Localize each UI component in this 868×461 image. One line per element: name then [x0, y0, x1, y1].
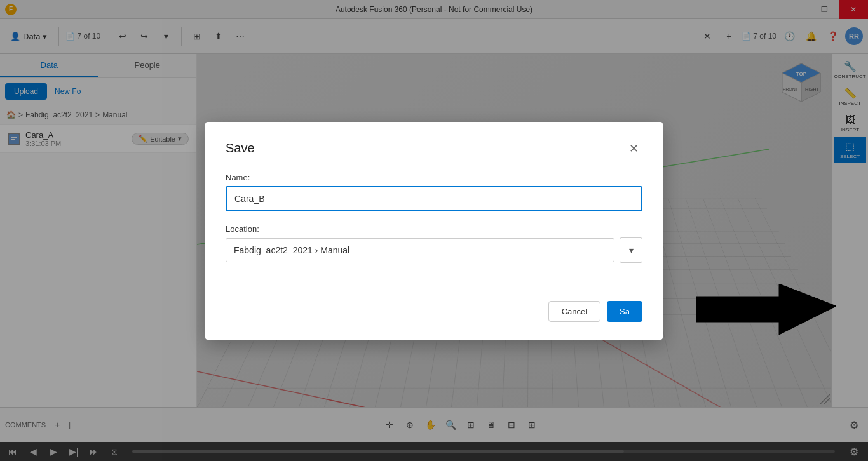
modal-close-button[interactable]: ✕: [625, 140, 642, 157]
save-button[interactable]: Sa: [607, 301, 642, 322]
location-input[interactable]: [226, 238, 614, 262]
modal-name-field: Name:: [226, 173, 642, 211]
modal-overlay: Save ✕ Name: Location: ▾ Cancel Sa: [0, 0, 868, 461]
modal-location-field: Location: ▾: [226, 224, 642, 263]
name-input[interactable]: [226, 186, 642, 211]
location-row: ▾: [226, 237, 642, 263]
save-modal: Save ✕ Name: Location: ▾ Cancel Sa: [205, 122, 663, 340]
arrow-annotation: [696, 284, 836, 344]
location-label: Location:: [226, 224, 642, 234]
modal-header: Save ✕: [226, 140, 642, 157]
modal-title: Save: [226, 141, 255, 156]
location-dropdown-button[interactable]: ▾: [620, 237, 642, 263]
svg-marker-15: [696, 284, 836, 335]
modal-footer: Cancel Sa: [226, 301, 642, 322]
name-label: Name:: [226, 173, 642, 182]
cancel-button[interactable]: Cancel: [548, 301, 600, 322]
svg-marker-16: [779, 284, 836, 335]
